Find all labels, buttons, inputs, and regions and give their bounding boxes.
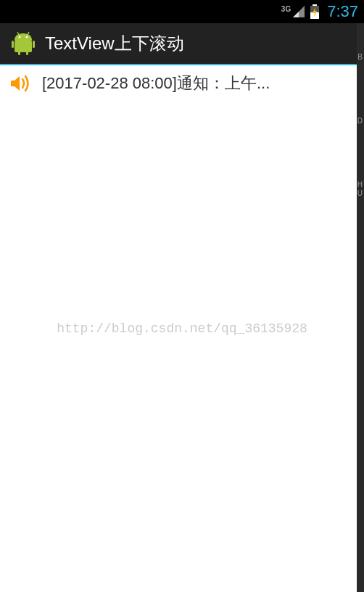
screen-edge-overlay: B D H U bbox=[357, 23, 364, 592]
clock: 7:37 bbox=[327, 2, 358, 21]
edge-label: B bbox=[357, 54, 363, 61]
network-type-label: 3G bbox=[281, 5, 291, 13]
svg-point-5 bbox=[26, 36, 28, 38]
svg-rect-9 bbox=[26, 51, 28, 55]
svg-rect-3 bbox=[15, 41, 32, 52]
app-title: TextView上下滚动 bbox=[45, 32, 184, 55]
edge-label: D bbox=[357, 118, 363, 125]
android-app-icon bbox=[10, 30, 36, 57]
svg-rect-6 bbox=[12, 41, 14, 48]
svg-line-10 bbox=[17, 32, 19, 35]
battery-icon bbox=[310, 4, 320, 19]
content-area: [2017-02-28 08:00]通知：上午... http://blog.c… bbox=[0, 65, 364, 592]
device-screen: 3G 7:37 bbox=[0, 0, 364, 592]
speaker-icon bbox=[9, 73, 30, 94]
svg-rect-8 bbox=[18, 51, 20, 55]
status-bar: 3G 7:37 bbox=[0, 0, 364, 23]
signal-icon bbox=[292, 5, 305, 18]
svg-line-11 bbox=[28, 32, 29, 35]
action-bar: TextView上下滚动 bbox=[0, 23, 364, 65]
svg-rect-7 bbox=[33, 41, 35, 48]
svg-point-4 bbox=[19, 36, 21, 38]
edge-label: H bbox=[357, 181, 363, 189]
watermark: http://blog.csdn.net/qq_36135928 bbox=[57, 321, 307, 336]
notification-row[interactable]: [2017-02-28 08:00]通知：上午... bbox=[0, 65, 364, 102]
notification-text: [2017-02-28 08:00]通知：上午... bbox=[42, 73, 355, 94]
edge-label: U bbox=[357, 190, 363, 197]
